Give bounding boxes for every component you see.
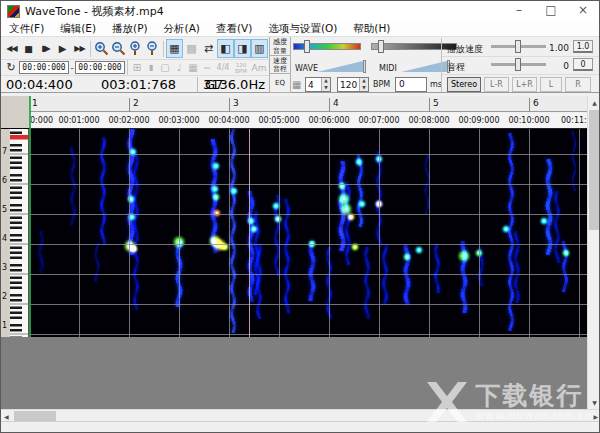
zoom-in-time-button[interactable] <box>93 39 110 58</box>
channel-stereo-button[interactable]: Stereo <box>447 77 481 92</box>
maximize-button[interactable]: □ <box>535 1 567 20</box>
piano-keyboard[interactable] <box>10 129 29 337</box>
frequency-display: 3136.0Hz <box>171 77 265 92</box>
time-tick: 00:11:0 <box>561 116 587 125</box>
fast-forward-button[interactable]: ▶▶ <box>71 39 88 58</box>
vertical-scrollbar[interactable]: ▲ ▼ <box>587 96 600 409</box>
sensitivity-slider-handle[interactable] <box>304 40 310 53</box>
keyboard-display-toggle[interactable]: ▥ <box>251 39 268 58</box>
midi-volume-label: MIDI <box>379 64 397 73</box>
scroll-left-arrow[interactable]: ◀ <box>4 413 9 420</box>
wave-volume-label: WAVE <box>295 64 318 73</box>
channel-right-button[interactable]: R <box>565 77 591 92</box>
pitch-label: 音程 <box>447 61 465 74</box>
beats-spinner[interactable]: 4 ▲▼ <box>305 77 331 92</box>
channel-lminusr-button[interactable]: L-R <box>484 77 509 92</box>
measure-number: 3 <box>229 98 328 112</box>
time-tick: 00:05:000 <box>255 116 303 125</box>
pitch-value: 0 <box>547 61 569 71</box>
time-tick: 00:08:000 <box>405 116 453 125</box>
play-button[interactable]: ▶ <box>54 39 71 58</box>
midi-display-toggle[interactable]: ◨ <box>234 39 251 58</box>
octave-label: 4 <box>2 234 7 243</box>
toolbar: ◀◀ ■ ▮▶ ▶ ▶▶ <box>1 36 600 93</box>
speed-reset-button[interactable]: 1.0 <box>573 40 593 53</box>
menu-help[interactable]: 帮助(H) <box>345 22 398 36</box>
speed-value: 1.00 <box>547 43 569 53</box>
horizontal-scrollbar-thumb[interactable] <box>14 411 56 421</box>
metronome-icon: ▦ <box>292 79 301 90</box>
split-view-icon[interactable]: ⊞ <box>130 62 144 73</box>
channel-lplusr-button[interactable]: L+R <box>512 77 537 92</box>
note-table-icon[interactable]: ▦ <box>186 62 200 73</box>
selection-icon[interactable]: ▢ <box>158 62 172 73</box>
zoom-out-pitch-button[interactable] <box>144 39 161 58</box>
wave-volume-handle[interactable] <box>363 60 366 73</box>
tab-eq[interactable]: EQ <box>270 74 290 93</box>
wave-shape-icon[interactable]: ∼ <box>200 62 214 73</box>
speed-slider-handle[interactable] <box>515 40 521 53</box>
app-icon <box>7 5 20 18</box>
panel-tabs: 感度 音量 速度 音程 EQ <box>269 37 291 93</box>
note-icon[interactable]: ♩ <box>172 62 186 73</box>
zoom-in-pitch-button[interactable] <box>127 39 144 58</box>
octave-label: 3 <box>2 263 7 272</box>
minimize-button[interactable]: – <box>503 1 535 20</box>
grid-alt-toggle[interactable]: ▩ <box>183 39 200 58</box>
time-tick: 00:04:000 <box>205 116 253 125</box>
beats-spinner-arrows[interactable]: ▲▼ <box>321 78 330 91</box>
vertical-scrollbar-thumb[interactable] <box>589 110 600 230</box>
key-indicator[interactable]: Am <box>250 63 268 73</box>
time-tick: 00:03:000 <box>155 116 203 125</box>
stop-button[interactable]: ■ <box>20 39 37 58</box>
volume-slider-handle[interactable] <box>378 40 384 53</box>
menu-play[interactable]: 播放(P) <box>104 22 156 36</box>
title-bar: WaveTone - 视频素材.mp4 – □ × <box>1 1 600 21</box>
octave-label: 1 <box>2 321 7 330</box>
menu-file[interactable]: 文件(F) <box>1 22 52 36</box>
time-tick: 00:06:000 <box>305 116 353 125</box>
menu-edit[interactable]: 编辑(E) <box>52 22 104 36</box>
loop-end-field[interactable]: 00:00:000 <box>75 61 125 74</box>
watermark-brand: 下载银行 <box>475 382 593 409</box>
window-title: WaveTone - 视频素材.mp4 <box>25 4 164 19</box>
octave-label: 5 <box>2 205 7 214</box>
menu-view[interactable]: 查看(V) <box>208 22 260 36</box>
menu-analyze[interactable]: 分析(A) <box>156 22 208 36</box>
zoom-out-icon <box>111 41 126 56</box>
play-start-marker <box>29 96 31 337</box>
tab-sensitivity-volume[interactable]: 感度 音量 <box>270 37 290 56</box>
scroll-right-arrow[interactable]: ▶ <box>593 413 598 420</box>
scroll-up-arrow[interactable]: ▲ <box>588 99 600 106</box>
ruler-corner <box>1 96 29 129</box>
tempo-spinner-arrows[interactable]: ▲▼ <box>359 78 368 91</box>
pitch-slider-handle[interactable] <box>515 58 521 71</box>
zoom-out-time-button[interactable] <box>110 39 127 58</box>
menu-bar: 文件(F) 编辑(E) 播放(P) 分析(A) 查看(V) 选项与设置(O) 帮… <box>1 21 600 36</box>
close-button[interactable]: × <box>567 1 599 20</box>
swap-channels-button[interactable]: ⇄ <box>200 39 217 58</box>
spectrogram-view[interactable] <box>29 129 587 337</box>
current-time-display: 00:04:400 <box>6 77 73 92</box>
watermark: 下载银行 www.downbank.cn <box>425 382 593 422</box>
loop-start-field[interactable]: 00:00:000 <box>19 61 69 74</box>
tab-speed-pitch[interactable]: 速度 音程 <box>270 56 290 75</box>
bpm-indicator[interactable]: 120 BPM <box>232 62 250 74</box>
grid-display-toggle[interactable]: ▦ <box>166 39 183 58</box>
rewind-button[interactable]: ◀◀ <box>3 39 20 58</box>
time-tick: 00:01:000 <box>55 116 103 125</box>
measure-ruler[interactable]: 1 2 3 4 5 6 <box>29 96 587 112</box>
menu-options[interactable]: 选项与设置(O) <box>260 22 345 36</box>
step-play-button[interactable]: ▮▶ <box>37 39 54 58</box>
time-ruler[interactable]: 0:000 00:01:000 00:02:000 00:03:000 00:0… <box>29 113 587 129</box>
channel-left-button[interactable]: L <box>540 77 562 92</box>
wave-display-toggle[interactable]: ◧ <box>217 39 234 58</box>
marker-icon[interactable]: ▮ <box>144 63 158 72</box>
zoom-in-icon <box>94 41 109 56</box>
meter-indicator[interactable]: 4/4 <box>214 63 232 72</box>
wave-volume-wedge[interactable] <box>317 61 363 72</box>
tempo-spinner[interactable]: 120 ▲▼ <box>337 77 369 92</box>
offset-input[interactable]: 0 <box>395 77 427 92</box>
measure-number: 1 <box>29 98 128 112</box>
pitch-reset-button[interactable]: 0 <box>573 58 593 71</box>
